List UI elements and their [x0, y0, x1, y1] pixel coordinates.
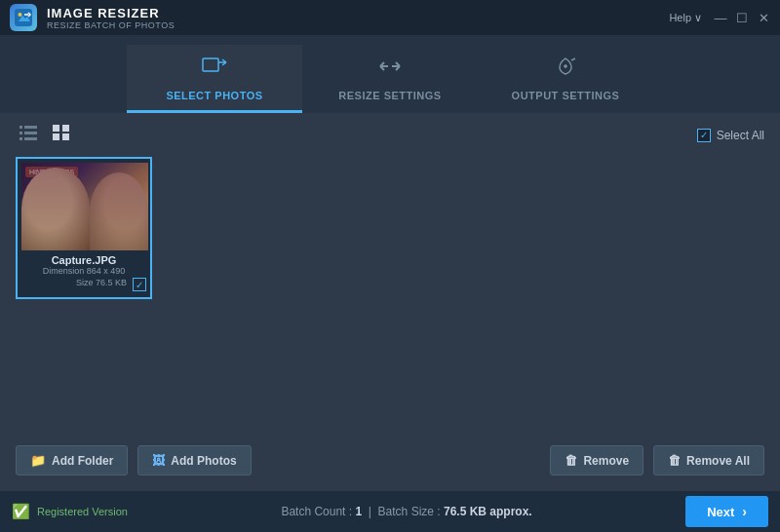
- next-label: Next: [707, 505, 734, 519]
- svg-rect-6: [24, 132, 37, 134]
- svg-rect-8: [24, 137, 37, 140]
- remove-icon: 🗑: [565, 453, 577, 468]
- help-chevron: ∨: [694, 12, 702, 24]
- svg-rect-10: [62, 125, 69, 132]
- svg-rect-12: [62, 133, 69, 140]
- svg-rect-4: [24, 126, 37, 129]
- add-photos-icon: 🖼: [152, 453, 165, 468]
- select-all-area[interactable]: ✓ Select All: [697, 129, 764, 142]
- main-content: ✓ Select All HINDI SONGS Capture.JPG Dim…: [0, 113, 780, 491]
- next-arrow-icon: ›: [742, 504, 747, 519]
- app-title-block: IMAGE RESIZER RESIZE BATCH OF PHOTOS: [47, 6, 175, 30]
- svg-rect-3: [20, 126, 22, 129]
- titlebar-right: Help ∨ — ☐ ✕: [669, 11, 770, 24]
- app-subtitle: RESIZE BATCH OF PHOTOS: [47, 20, 175, 30]
- photo-dimension: Dimension 864 x 490: [21, 266, 146, 276]
- photo-thumbnail: HINDI SONGS: [21, 163, 148, 250]
- status-registered: ✅ Registered Version: [12, 503, 128, 520]
- select-all-label: Select All: [717, 129, 764, 142]
- minimize-button[interactable]: —: [714, 11, 727, 24]
- svg-rect-11: [53, 133, 59, 140]
- photo-checkbox[interactable]: ✓: [133, 278, 146, 291]
- action-btns-right: 🗑 Remove 🗑 Remove All: [550, 445, 764, 475]
- output-settings-icon: [552, 55, 579, 84]
- batch-count-value: 1: [355, 505, 362, 518]
- resize-settings-icon: [376, 55, 404, 84]
- action-btns-left: 📁 Add Folder 🖼 Add Photos: [16, 445, 252, 475]
- tab-output-settings[interactable]: OUTPUT SETTINGS: [478, 45, 653, 113]
- window-controls: — ☐ ✕: [714, 11, 770, 24]
- batch-count-label: Batch Count :: [281, 505, 352, 518]
- remove-all-icon: 🗑: [668, 453, 681, 468]
- photo-card[interactable]: HINDI SONGS Capture.JPG Dimension 864 x …: [16, 157, 152, 299]
- remove-label: Remove: [583, 454, 629, 468]
- help-button[interactable]: Help ∨: [669, 12, 702, 24]
- remove-all-label: Remove All: [686, 454, 750, 468]
- registered-label: Registered Version: [37, 506, 128, 517]
- photo-check-area: Size 76.5 KB ✓: [21, 278, 146, 291]
- photo-info: Capture.JPG Dimension 864 x 490 Size 76.…: [21, 254, 146, 291]
- statusbar: ✅ Registered Version Batch Count : 1 | B…: [0, 491, 780, 532]
- photo-name: Capture.JPG: [21, 254, 146, 266]
- folder-icon: 📁: [30, 453, 46, 468]
- tab-select-photos[interactable]: SELECT PHOTOS: [127, 45, 302, 113]
- tab-resize-settings-label: RESIZE SETTINGS: [338, 90, 441, 101]
- next-button[interactable]: Next ›: [685, 496, 768, 527]
- add-folder-label: Add Folder: [52, 454, 113, 468]
- select-photos-icon: [201, 55, 228, 84]
- add-photos-button[interactable]: 🖼 Add Photos: [137, 445, 251, 475]
- toolbar: ✓ Select All: [16, 123, 764, 147]
- view-buttons: [16, 123, 74, 147]
- batch-size-value: 76.5 KB approx.: [444, 505, 532, 518]
- select-all-checkbox[interactable]: ✓: [697, 129, 711, 142]
- batch-separator: |: [369, 505, 371, 518]
- app-title: IMAGE RESIZER: [47, 6, 175, 20]
- photo-size: Size 76.5 KB: [76, 278, 127, 291]
- tab-output-settings-label: OUTPUT SETTINGS: [512, 90, 620, 101]
- tab-resize-settings[interactable]: RESIZE SETTINGS: [302, 45, 478, 113]
- svg-rect-5: [20, 132, 22, 134]
- svg-rect-2: [203, 58, 218, 71]
- remove-button[interactable]: 🗑 Remove: [550, 445, 644, 475]
- app-icon: [10, 4, 37, 31]
- remove-all-button[interactable]: 🗑 Remove All: [653, 445, 764, 475]
- titlebar-left: IMAGE RESIZER RESIZE BATCH OF PHOTOS: [10, 4, 175, 31]
- maximize-button[interactable]: ☐: [735, 11, 749, 24]
- close-button[interactable]: ✕: [757, 11, 770, 24]
- registered-icon: ✅: [12, 503, 30, 520]
- tab-select-photos-label: SELECT PHOTOS: [166, 90, 262, 101]
- status-batch-info: Batch Count : 1 | Batch Size : 76.5 KB a…: [281, 505, 531, 518]
- grid-view-button[interactable]: [49, 123, 74, 147]
- add-folder-button[interactable]: 📁 Add Folder: [16, 445, 128, 475]
- photo-grid: HINDI SONGS Capture.JPG Dimension 864 x …: [16, 157, 764, 436]
- list-view-button[interactable]: [16, 123, 41, 147]
- batch-size-label: Batch Size :: [378, 505, 441, 518]
- help-label: Help: [669, 12, 691, 23]
- action-bar: 📁 Add Folder 🖼 Add Photos 🗑 Remove 🗑 Rem…: [16, 436, 764, 481]
- svg-rect-9: [53, 125, 59, 132]
- titlebar: IMAGE RESIZER RESIZE BATCH OF PHOTOS Hel…: [0, 0, 780, 35]
- svg-point-1: [19, 13, 22, 17]
- tabbar: SELECT PHOTOS RESIZE SETTINGS OUTPUT SET…: [0, 35, 780, 113]
- svg-rect-7: [20, 137, 22, 140]
- add-photos-label: Add Photos: [171, 454, 236, 468]
